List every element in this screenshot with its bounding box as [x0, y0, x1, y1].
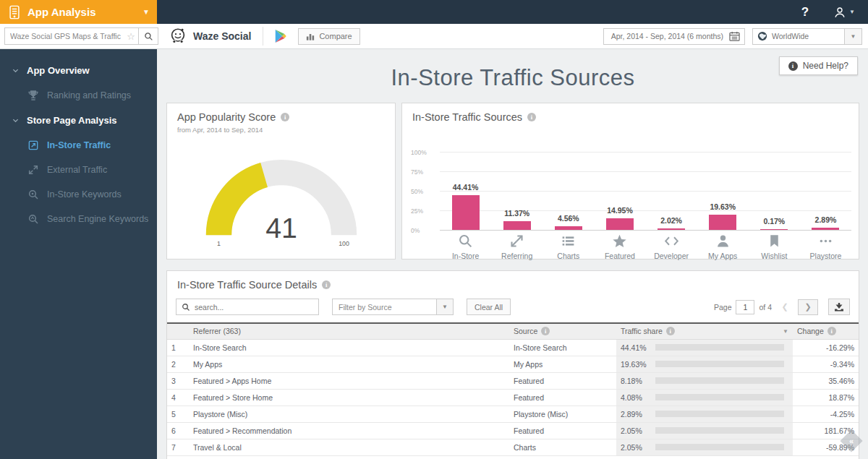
help-button[interactable]: ? [801, 5, 809, 20]
y-axis-tick: 75% [411, 168, 435, 176]
bar [555, 226, 582, 230]
sidebar-item-in-store-traffic[interactable]: In-Store Traffic [0, 133, 157, 158]
person-icon [697, 233, 749, 249]
row-number: 4 [167, 389, 189, 406]
table-row[interactable]: 3Featured > Apps HomeFeatured8.18%35.46% [167, 372, 859, 389]
row-number: 5 [167, 406, 189, 422]
table-row[interactable]: 6Featured > RecommendationFeatured2.05%1… [167, 422, 859, 439]
page-number-input[interactable] [736, 300, 754, 314]
sidebar-section-app-overview[interactable]: App Overview [0, 58, 157, 83]
sidebar-item-ranking-and-ratings[interactable]: Ranking and Ratings [0, 83, 157, 108]
info-icon: i [666, 327, 675, 335]
sort-chevron-icon: ▼ [783, 328, 788, 335]
region-selector[interactable]: WorldWide ▼ [752, 28, 862, 45]
sidebar-item-external-traffic[interactable]: External Traffic [0, 158, 157, 182]
sidebar-section-label: Store Page Analysis [27, 115, 117, 126]
globe-icon [757, 31, 767, 41]
traffic-share-value: 8.18% [621, 377, 650, 385]
next-page-button[interactable]: ❯ [798, 299, 818, 315]
bar-column-in-store[interactable]: 44.41%In-Store [440, 152, 491, 260]
bar-column-developer[interactable]: 2.02%Developer [646, 152, 697, 260]
table-row[interactable]: 4Featured > Store HomeFeatured4.08%18.87… [167, 389, 859, 406]
traffic-share-bar [655, 427, 784, 434]
sidebar-section-store-page-analysis[interactable]: Store Page Analysis [0, 108, 157, 133]
traffic-share-cell: 2.05% [616, 439, 793, 455]
chevron-down-icon: ▼ [844, 29, 861, 44]
traffic-share-value: 19.63% [621, 360, 650, 369]
filter-by-source-dropdown[interactable]: Filter by Source ▼ [332, 299, 454, 315]
change-cell: 35.46% [793, 372, 859, 389]
secondary-toolbar: ☆ Waze Social Compare [0, 24, 868, 49]
clear-all-button[interactable]: Clear All [467, 299, 511, 315]
compare-button[interactable]: Compare [298, 28, 359, 45]
bar-column-playstore[interactable]: 2.89%Playstore [800, 152, 851, 260]
info-icon[interactable]: i [281, 113, 289, 121]
bar [812, 228, 839, 230]
bookmark-icon [749, 233, 800, 249]
sidebar-item-search-engine-keywords[interactable]: Search Engine Keywords [0, 207, 157, 231]
table-row[interactable]: 7Travel & LocalCharts2.05%-59.89% [167, 439, 859, 455]
app-search-input[interactable] [10, 32, 127, 40]
column-header-traffic-share[interactable]: Traffic sharei▼ [616, 323, 793, 339]
app-popularity-score-card: App Popularity Score i from Apr, 2014 to… [166, 103, 396, 259]
chart-card-title: In-Store Traffic Sources [412, 111, 522, 123]
account-menu[interactable]: ▼ [833, 6, 855, 19]
bar-column-featured[interactable]: 14.95%Featured [594, 152, 645, 260]
app-analysis-menu[interactable]: App Analysis ▼ [0, 0, 157, 24]
bar [760, 229, 788, 231]
row-number: 6 [167, 422, 189, 439]
traffic-share-value: 2.05% [621, 426, 650, 435]
referrer-cell: My Apps [189, 356, 509, 372]
bar-column-referring[interactable]: 11.37%Referring [491, 152, 542, 260]
traffic-share-cell: 44.41% [616, 339, 793, 356]
referrer-cell: In-Store Search [189, 339, 509, 356]
bar-value-label: 0.17% [749, 217, 800, 226]
info-icon[interactable]: i [527, 113, 536, 121]
top-navigation-bar: App Analysis ▼ ? ▼ [0, 0, 868, 24]
user-icon [833, 6, 846, 19]
table-row[interactable]: 5Playstore (Misc)Playstore (Misc)2.89%-4… [167, 406, 859, 422]
region-value: WorldWide [772, 32, 809, 40]
bar-category-label: Charts [542, 252, 594, 260]
referrer-cell: Travel & Local [189, 439, 509, 455]
sidebar-item-label: Ranking and Ratings [47, 90, 131, 100]
traffic-source-details-card: In-Store Traffic Source Details i Filter… [166, 270, 859, 459]
row-number: 3 [167, 372, 189, 389]
column-header-referrer[interactable]: Referrer (363) [189, 323, 509, 339]
sidebar-item-label: Search Engine Keywords [47, 214, 148, 224]
info-icon[interactable]: i [322, 280, 331, 289]
y-axis-tick: 25% [411, 207, 435, 215]
source-cell: Featured [509, 422, 616, 439]
source-cell: My Apps [509, 356, 616, 372]
traffic-share-bar [655, 444, 784, 450]
gauge-card-subtitle: from Apr, 2014 to Sep, 2014 [167, 124, 395, 135]
bar [709, 215, 736, 230]
date-range-picker[interactable]: Apr, 2014 - Sep, 2014 (6 months) [603, 28, 745, 45]
sidebar-item-label: External Traffic [47, 165, 107, 175]
search-engine-icon [27, 213, 39, 225]
table-row[interactable]: 1In-Store SearchIn-Store Search44.41%-16… [167, 339, 859, 356]
bar-column-charts[interactable]: 4.56%Charts [542, 152, 594, 260]
download-button[interactable] [828, 299, 850, 315]
bar-column-wishlist[interactable]: 0.17%Wishlist [749, 152, 800, 260]
download-icon [834, 302, 844, 312]
table-row[interactable]: 2My AppsMy Apps19.63%-9.34% [167, 356, 859, 372]
table-search-input[interactable] [195, 303, 313, 312]
change-cell: 18.87% [793, 389, 859, 406]
search-submit-button[interactable] [139, 27, 158, 45]
traffic-share-cell: 4.08% [616, 389, 793, 406]
column-header-change[interactable]: Changei [793, 323, 859, 339]
traffic-share-bar [655, 377, 784, 384]
search-icon [182, 303, 190, 312]
change-cell: -9.34% [793, 356, 859, 372]
ellipsis-icon [800, 233, 851, 249]
traffic-source-details-table: Referrer (363) Sourcei Traffic sharei▼ C… [167, 322, 859, 456]
column-header-source[interactable]: Sourcei [509, 323, 616, 339]
sidebar-item-label: In-Store Traffic [47, 140, 111, 150]
traffic-sources-chart-card: In-Store Traffic Sources i 100%75%50%25%… [401, 103, 859, 259]
bar-column-my-apps[interactable]: 19.63%My Apps [697, 152, 749, 260]
filter-label: Filter by Source [333, 299, 436, 314]
need-help-button[interactable]: i Need Help? [779, 56, 858, 75]
sidebar-item-in-store-keywords[interactable]: In-Store Keywords [0, 182, 157, 207]
favorite-star-icon[interactable]: ☆ [127, 31, 135, 42]
